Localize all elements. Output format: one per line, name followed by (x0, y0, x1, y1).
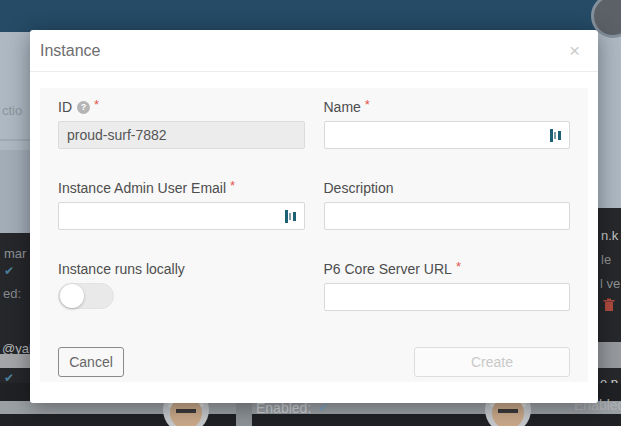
runs-locally-label: Instance runs locally (58, 261, 185, 277)
description-input[interactable] (324, 202, 571, 230)
backdrop-text-fragment: n.k (601, 228, 618, 243)
modal-footer-left: Cancel (58, 347, 305, 377)
autofill-icon[interactable] (283, 209, 299, 224)
autofill-icon[interactable] (548, 128, 564, 143)
app-header-bar (0, 0, 621, 32)
required-asterisk: * (456, 259, 461, 274)
required-asterisk: * (94, 97, 99, 112)
field-admin-email: Instance Admin User Email * (58, 180, 305, 230)
backdrop-row (598, 342, 621, 368)
create-button[interactable]: Create (414, 347, 570, 377)
description-label-row: Description (324, 180, 571, 196)
backdrop-row (0, 150, 30, 233)
backdrop-text-fragment: ed: (3, 286, 21, 301)
cancel-button[interactable]: Cancel (58, 347, 124, 377)
backdrop-text-fragment: ctio (2, 103, 22, 118)
field-runs-locally: Instance runs locally (58, 261, 305, 311)
p6-url-label: P6 Core Server URL (324, 261, 452, 277)
required-asterisk: * (230, 178, 235, 193)
field-name: Name * (324, 99, 571, 149)
backdrop-text-fragment: le (601, 252, 611, 267)
p6-url-input[interactable] (324, 283, 571, 311)
runs-locally-toggle[interactable] (58, 283, 114, 309)
trash-icon (603, 298, 615, 312)
admin-email-label-row: Instance Admin User Email * (58, 180, 305, 196)
admin-email-label: Instance Admin User Email (58, 180, 226, 196)
required-asterisk: * (365, 97, 370, 112)
backdrop-divider (0, 139, 30, 141)
description-label: Description (324, 180, 394, 196)
backdrop-text-fragment: mar (4, 246, 26, 261)
toggle-knob (60, 284, 84, 308)
id-input[interactable] (58, 121, 305, 149)
instance-form: ID ? * Name * (40, 88, 588, 382)
instance-modal: Instance × ID ? * Name * (30, 30, 598, 403)
screen: ctio mar ✔ ed: @yah ✔ ▸ n.k le l ve e.p … (0, 0, 621, 426)
close-icon[interactable]: × (569, 41, 580, 60)
name-label: Name (324, 99, 361, 115)
name-input[interactable] (324, 121, 571, 149)
backdrop-row (0, 354, 30, 368)
help-icon[interactable]: ? (77, 101, 90, 114)
field-id: ID ? * (58, 99, 305, 149)
id-label: ID (58, 99, 72, 115)
field-p6-url: P6 Core Server URL * (324, 261, 571, 311)
p6-url-label-row: P6 Core Server URL * (324, 261, 571, 277)
field-description: Description (324, 180, 571, 230)
runs-locally-label-row: Instance runs locally (58, 261, 305, 277)
modal-body: ID ? * Name * (30, 72, 598, 382)
backdrop-text-fragment: l ve (600, 276, 620, 291)
id-label-row: ID ? * (58, 99, 305, 115)
check-icon: ✔ (4, 264, 14, 278)
name-label-row: Name * (324, 99, 571, 115)
modal-header: Instance × (30, 30, 598, 72)
admin-email-input[interactable] (58, 202, 305, 230)
modal-footer-right: Create (324, 347, 571, 377)
modal-title: Instance (40, 42, 100, 60)
